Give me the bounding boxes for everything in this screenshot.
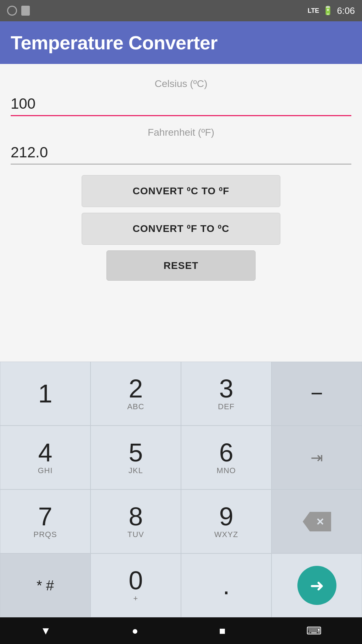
- status-time: 6:06: [337, 5, 355, 16]
- fahrenheit-label: Fahrenheit (ºF): [11, 127, 351, 138]
- status-bar-right: LTE 🔋 6:06: [308, 5, 355, 16]
- key-minus[interactable]: −: [272, 362, 362, 426]
- celsius-input[interactable]: [11, 93, 351, 116]
- recent-button[interactable]: ■: [219, 625, 225, 637]
- fahrenheit-input-group: Fahrenheit (ºF): [11, 127, 351, 164]
- keyboard-switch-button[interactable]: ⌨: [306, 624, 322, 637]
- key-9[interactable]: 9 WXYZ: [181, 489, 272, 553]
- reset-button[interactable]: RESET: [106, 250, 256, 281]
- battery-icon: 🔋: [323, 6, 333, 16]
- key-3[interactable]: 3 DEF: [181, 362, 272, 426]
- convert-c-to-f-button[interactable]: CONVERT ºC TO ºF: [82, 175, 280, 207]
- keyboard-row-2: 4 GHI 5 JKL 6 MNO ⇥: [0, 426, 362, 489]
- fahrenheit-input[interactable]: [11, 142, 351, 164]
- buttons-section: CONVERT ºC TO ºF CONVERT ºF TO ºC RESET: [11, 175, 351, 281]
- convert-f-to-c-button[interactable]: CONVERT ºF TO ºC: [82, 213, 280, 245]
- celsius-input-group: Celsius (ºC): [11, 78, 351, 116]
- keyboard-row-4: * # 0 + . ➜: [0, 553, 362, 617]
- celsius-label: Celsius (ºC): [11, 78, 351, 90]
- key-6[interactable]: 6 MNO: [181, 426, 272, 489]
- key-delete[interactable]: ✕: [272, 489, 362, 553]
- status-bar: LTE 🔋 6:06: [0, 0, 362, 21]
- key-7[interactable]: 7 PRQS: [0, 489, 90, 553]
- key-0[interactable]: 0 +: [90, 553, 181, 617]
- circle-status-icon: [7, 6, 17, 16]
- app-bar: Temperature Converter: [0, 21, 362, 64]
- status-bar-left: [7, 6, 30, 16]
- key-5[interactable]: 5 JKL: [90, 426, 181, 489]
- lte-icon: LTE: [308, 7, 319, 15]
- key-tab[interactable]: ⇥: [272, 426, 362, 489]
- bottom-nav: ▼ ● ■ ⌨: [0, 617, 362, 644]
- main-content: Celsius (ºC) Fahrenheit (ºF) CONVERT ºC …: [0, 64, 362, 291]
- page-title: Temperature Converter: [11, 32, 218, 54]
- back-button[interactable]: ▼: [40, 625, 51, 637]
- key-symbols[interactable]: * #: [0, 553, 90, 617]
- key-4[interactable]: 4 GHI: [0, 426, 90, 489]
- key-8[interactable]: 8 TUV: [90, 489, 181, 553]
- home-button[interactable]: ●: [132, 625, 138, 637]
- sim-icon: [21, 6, 30, 16]
- keyboard-row-1: 1 2 ABC 3 DEF −: [0, 362, 362, 426]
- svg-text:✕: ✕: [316, 516, 324, 527]
- key-enter[interactable]: ➜: [272, 553, 362, 617]
- keyboard: 1 2 ABC 3 DEF − 4 GHI 5 JKL 6 MNO ⇥: [0, 362, 362, 617]
- key-1[interactable]: 1: [0, 362, 90, 426]
- keyboard-row-3: 7 PRQS 8 TUV 9 WXYZ ✕: [0, 489, 362, 553]
- key-2[interactable]: 2 ABC: [90, 362, 181, 426]
- key-dot[interactable]: .: [181, 553, 272, 617]
